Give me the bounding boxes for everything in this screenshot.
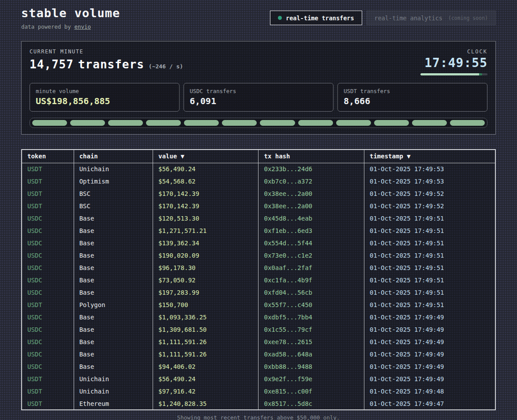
cell-token: USDC	[22, 262, 74, 274]
stat-card-value: 6,091	[190, 96, 327, 106]
cell-value: $120,513.30	[153, 212, 258, 225]
cell-value: $170,142.39	[153, 188, 258, 200]
cell-time: 01-Oct-2025 17:49:49	[364, 323, 495, 336]
progress-segment	[184, 120, 219, 126]
cell-time: 01-Oct-2025 17:49:53	[364, 175, 495, 188]
cell-time: 01-Oct-2025 17:49:49	[364, 348, 495, 360]
cell-chain: Unichain	[74, 163, 153, 175]
cell-hash[interactable]: 0xdbf5...7bb4	[258, 311, 364, 323]
cell-token: USDT	[22, 175, 74, 188]
cell-token: USDC	[22, 286, 74, 299]
cell-hash[interactable]: 0xb7c0...a372	[258, 175, 364, 188]
cell-chain: Base	[74, 262, 153, 274]
page-title: stable volume	[21, 6, 120, 20]
cell-value: $197,283.99	[153, 286, 258, 299]
cell-value: $1,309,681.50	[153, 323, 258, 336]
cell-hash[interactable]: 0xc1fa...4b9f	[258, 274, 364, 286]
cell-hash[interactable]: 0xbb88...9488	[258, 360, 364, 373]
cell-hash[interactable]: 0x0aaf...2faf	[258, 262, 364, 274]
page-header: stable volume data powered by envio real…	[21, 6, 496, 30]
stat-card-usdc-transfers: USDC transfers 6,091	[184, 83, 333, 112]
cell-value: $1,093,336.25	[153, 311, 258, 323]
cell-time: 01-Oct-2025 17:49:48	[364, 385, 495, 398]
progress-segment	[260, 120, 295, 126]
column-header-chain[interactable]: chain	[74, 150, 153, 163]
cell-token: USDT	[22, 385, 74, 398]
table-header-row: tokenchainvalue ▼tx hashtimestamp ▼	[22, 150, 495, 163]
cell-value: $54,568.62	[153, 175, 258, 188]
envio-link[interactable]: envio	[74, 23, 91, 30]
table-row: USDCBase$96,178.300x0aaf...2faf01-Oct-20…	[22, 262, 495, 274]
column-header-time[interactable]: timestamp ▼	[364, 150, 495, 163]
cell-chain: Base	[74, 225, 153, 237]
cell-value: $56,490.24	[153, 163, 258, 175]
cell-hash[interactable]: 0xe815...c00f	[258, 385, 364, 398]
cell-hash[interactable]: 0x8517...5d8c	[258, 398, 364, 410]
table-row: USDTUnichain$56,490.240x233b...24d601-Oc…	[22, 163, 495, 175]
cell-chain: Base	[74, 311, 153, 323]
cell-token: USDT	[22, 398, 74, 410]
minute-progress-segments	[30, 118, 487, 128]
cell-time: 01-Oct-2025 17:49:51	[364, 225, 495, 237]
cell-hash[interactable]: 0xfd04...56cb	[258, 286, 364, 299]
stat-card-usdt-transfers: USDT transfers 8,666	[337, 83, 487, 112]
cell-hash[interactable]: 0x38ee...2a00	[258, 200, 364, 212]
cell-hash[interactable]: 0x73e0...c1e2	[258, 249, 364, 262]
cell-time: 01-Oct-2025 17:49:51	[364, 299, 495, 311]
table-row: USDCBase$197,283.990xfd04...56cb01-Oct-2…	[22, 286, 495, 299]
current-minute-panel: CURRENT MINUTE 14,757 transfers (~246 / …	[21, 41, 496, 135]
tab-bar: real-time transfers real-time analytics …	[270, 11, 496, 25]
table-row: USDCBase$73,050.920xc1fa...4b9f01-Oct-20…	[22, 274, 495, 286]
cell-chain: Optimism	[74, 175, 153, 188]
stat-card-label: USDT transfers	[344, 88, 481, 94]
cell-chain: Base	[74, 286, 153, 299]
progress-segment	[146, 120, 181, 126]
cell-value: $94,406.02	[153, 360, 258, 373]
table-row: USDCBase$1,111,591.260xad58...648a01-Oct…	[22, 348, 495, 360]
table-row: USDTPolygon$150,7000x55f7...c45001-Oct-2…	[22, 299, 495, 311]
column-header-value[interactable]: value ▼	[153, 150, 258, 163]
cell-hash[interactable]: 0xee78...2615	[258, 336, 364, 348]
column-header-token[interactable]: token	[22, 150, 74, 163]
clock-label: CLOCK	[412, 49, 487, 55]
cell-hash[interactable]: 0xf1eb...6ed3	[258, 225, 364, 237]
cell-hash[interactable]: 0x55f7...c450	[258, 299, 364, 311]
subtitle-text: data powered by	[21, 23, 74, 30]
cell-time: 01-Oct-2025 17:49:51	[364, 237, 495, 249]
cell-time: 01-Oct-2025 17:49:47	[364, 398, 495, 410]
cell-hash[interactable]: 0xad58...648a	[258, 348, 364, 360]
cell-hash[interactable]: 0x1c55...79cf	[258, 323, 364, 336]
coming-soon-note: (coming soon)	[448, 15, 488, 21]
minute-summary: CURRENT MINUTE 14,757 transfers (~246 / …	[30, 49, 183, 71]
clock-progress	[420, 73, 487, 75]
stat-card-label: minute volume	[36, 88, 173, 94]
cell-time: 01-Oct-2025 17:49:51	[364, 262, 495, 274]
progress-segment	[298, 120, 333, 126]
cell-hash[interactable]: 0x554d...5f44	[258, 237, 364, 249]
cell-hash[interactable]: 0x233b...24d6	[258, 163, 364, 175]
table-row: USDTEthereum$1,240,828.350x8517...5d8c01…	[22, 398, 495, 410]
stat-card-value: US$198,856,885	[36, 96, 173, 106]
tab-real-time-transfers[interactable]: real-time transfers	[270, 11, 362, 25]
cell-time: 01-Oct-2025 17:49:51	[364, 274, 495, 286]
table-row: USDTUnichain$56,490.240x9e2f...f59e01-Oc…	[22, 373, 495, 385]
section-label: CURRENT MINUTE	[30, 49, 183, 55]
cell-hash[interactable]: 0x9e2f...f59e	[258, 373, 364, 385]
transfers-count-line: 14,757 transfers (~246 / s)	[30, 58, 183, 71]
cell-hash[interactable]: 0x45d8...4eab	[258, 212, 364, 225]
transfers-count: 14,757	[30, 58, 74, 71]
cell-token: USDC	[22, 323, 74, 336]
cell-chain: Base	[74, 237, 153, 249]
tab-real-time-analytics[interactable]: real-time analytics (coming soon)	[367, 11, 496, 25]
cell-time: 01-Oct-2025 17:49:52	[364, 200, 495, 212]
cell-chain: Unichain	[74, 373, 153, 385]
cell-hash[interactable]: 0x38ee...2a00	[258, 188, 364, 200]
cell-token: USDC	[22, 237, 74, 249]
cell-time: 01-Oct-2025 17:49:51	[364, 286, 495, 299]
column-header-hash[interactable]: tx hash	[258, 150, 364, 163]
table-row: USDTUnichain$97,916.420xe815...c00f01-Oc…	[22, 385, 495, 398]
cell-chain: BSC	[74, 188, 153, 200]
table-row: USDCBase$94,406.020xbb88...948801-Oct-20…	[22, 360, 495, 373]
progress-segment	[336, 120, 371, 126]
cell-chain: Base	[74, 274, 153, 286]
